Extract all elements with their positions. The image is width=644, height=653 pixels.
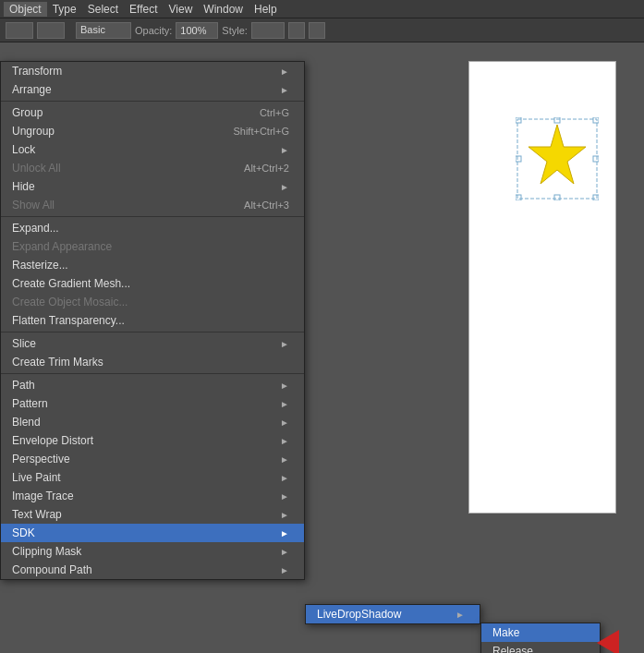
menu-ungroup[interactable]: Ungroup Shift+Ctrl+G <box>1 122 304 140</box>
menu-item-object[interactable]: Object <box>4 2 47 17</box>
hide-arrow: ► <box>280 182 289 192</box>
lock-arrow: ► <box>280 145 289 155</box>
unlock-all-shortcut: Alt+Ctrl+2 <box>244 163 289 174</box>
menu-envelope-distort[interactable]: Envelope Distort ► <box>1 431 304 450</box>
live-paint-arrow: ► <box>280 473 289 483</box>
menu-compound-path[interactable]: Compound Path ► <box>1 561 304 579</box>
path-arrow: ► <box>280 381 289 391</box>
pattern-arrow: ► <box>280 399 289 409</box>
main-area: Transform ► Arrange ► Group Ctrl+G Ungro… <box>0 42 644 653</box>
menu-transform[interactable]: Transform ► <box>1 62 304 80</box>
sep-1 <box>1 101 304 102</box>
show-all-shortcut: Alt+Ctrl+3 <box>244 200 289 211</box>
sep-3 <box>1 332 304 333</box>
menu-item-select[interactable]: Select <box>82 2 124 17</box>
menu-hide[interactable]: Hide ► <box>1 177 304 196</box>
menu-perspective[interactable]: Perspective ► <box>1 450 304 468</box>
text-wrap-arrow: ► <box>280 510 289 520</box>
image-trace-arrow: ► <box>280 491 289 502</box>
arrow-indicator <box>593 630 619 653</box>
menu-item-type[interactable]: Type <box>47 2 82 17</box>
submenu-actions: Make Release Adjust <box>480 623 601 653</box>
slice-arrow: ► <box>280 339 289 349</box>
canvas-white <box>468 61 616 514</box>
globe-icon[interactable] <box>288 22 305 39</box>
opacity-input[interactable]: 100% <box>176 22 218 39</box>
svg-rect-7 <box>516 156 521 162</box>
svg-rect-8 <box>593 156 599 162</box>
group-shortcut: Ctrl+G <box>260 107 289 118</box>
style-select[interactable] <box>251 22 285 39</box>
sdk-arrow: ► <box>280 528 289 538</box>
blend-arrow: ► <box>280 417 289 428</box>
menu-expand-appearance[interactable]: Expand Appearance <box>1 237 304 256</box>
ungroup-shortcut: Shift+Ctrl+G <box>233 126 289 137</box>
svg-rect-3 <box>516 195 521 200</box>
menu-image-trace[interactable]: Image Trace ► <box>1 487 304 505</box>
menu-pattern[interactable]: Pattern ► <box>1 394 304 413</box>
menu-create-gradient-mesh[interactable]: Create Gradient Mesh... <box>1 274 304 293</box>
envelope-distort-arrow: ► <box>280 436 289 446</box>
menu-flatten-transparency[interactable]: Flatten Transparency... <box>1 311 304 330</box>
menu-blend[interactable]: Blend ► <box>1 413 304 431</box>
menu-live-paint[interactable]: Live Paint ► <box>1 468 304 487</box>
sep-2 <box>1 216 304 217</box>
menu-item-help[interactable]: Help <box>249 2 283 17</box>
menu-arrange[interactable]: Arrange ► <box>1 80 304 99</box>
svg-rect-2 <box>593 117 599 123</box>
sep-4 <box>1 373 304 374</box>
menu-text-wrap[interactable]: Text Wrap ► <box>1 505 304 524</box>
arrange-arrow: ► <box>280 85 289 95</box>
svg-rect-5 <box>554 117 560 123</box>
menu-create-trim-marks[interactable]: Create Trim Marks <box>1 353 304 371</box>
object-dropdown-menu: Transform ► Arrange ► Group Ctrl+G Ungro… <box>0 61 305 580</box>
menu-item-window[interactable]: Window <box>198 2 249 17</box>
resize-icon[interactable] <box>309 22 325 39</box>
star-shape <box>516 117 599 200</box>
menu-clipping-mask[interactable]: Clipping Mask ► <box>1 542 304 561</box>
menu-create-object-mosaic[interactable]: Create Object Mosaic... <box>1 293 304 311</box>
red-arrow-icon <box>593 630 619 653</box>
svg-rect-1 <box>516 117 521 123</box>
menu-unlock-all[interactable]: Unlock All Alt+Ctrl+2 <box>1 159 304 177</box>
menu-path[interactable]: Path ► <box>1 376 304 394</box>
menu-lock[interactable]: Lock ► <box>1 140 304 159</box>
action-release[interactable]: Release <box>481 642 600 653</box>
menu-bar: Object Type Select Effect View Window He… <box>0 0 644 18</box>
menu-group[interactable]: Group Ctrl+G <box>1 103 304 122</box>
style-label: Style: <box>222 25 248 36</box>
menu-expand[interactable]: Expand... <box>1 219 304 237</box>
clipping-mask-arrow: ► <box>280 547 289 557</box>
basic-select[interactable]: Basic <box>76 22 131 39</box>
compound-path-arrow: ► <box>280 565 289 575</box>
livedrop-arrow: ► <box>456 610 465 620</box>
grid-button[interactable] <box>37 22 65 39</box>
svg-marker-9 <box>529 125 586 184</box>
opacity-value: 100% <box>180 25 206 36</box>
br-button[interactable] <box>6 22 33 39</box>
svg-marker-10 <box>597 630 619 653</box>
svg-rect-4 <box>593 195 599 200</box>
menu-show-all[interactable]: Show All Alt+Ctrl+3 <box>1 196 304 214</box>
submenu-livedrop-item[interactable]: LiveDropShadow ► <box>306 605 480 623</box>
perspective-arrow: ► <box>280 454 289 465</box>
menu-item-effect[interactable]: Effect <box>124 2 163 17</box>
menu-item-view[interactable]: View <box>164 2 199 17</box>
svg-rect-6 <box>554 195 560 200</box>
submenu-livedrop: LiveDropShadow ► <box>305 604 480 624</box>
menu-sdk[interactable]: SDK ► <box>1 524 304 542</box>
menu-slice[interactable]: Slice ► <box>1 334 304 353</box>
transform-arrow: ► <box>280 67 289 77</box>
menu-rasterize[interactable]: Rasterize... <box>1 256 304 274</box>
opacity-label: Opacity: <box>135 25 172 36</box>
basic-label: Basic <box>77 23 109 36</box>
toolbar: Basic Opacity: 100% Style: <box>0 18 644 42</box>
action-make[interactable]: Make <box>481 623 600 642</box>
